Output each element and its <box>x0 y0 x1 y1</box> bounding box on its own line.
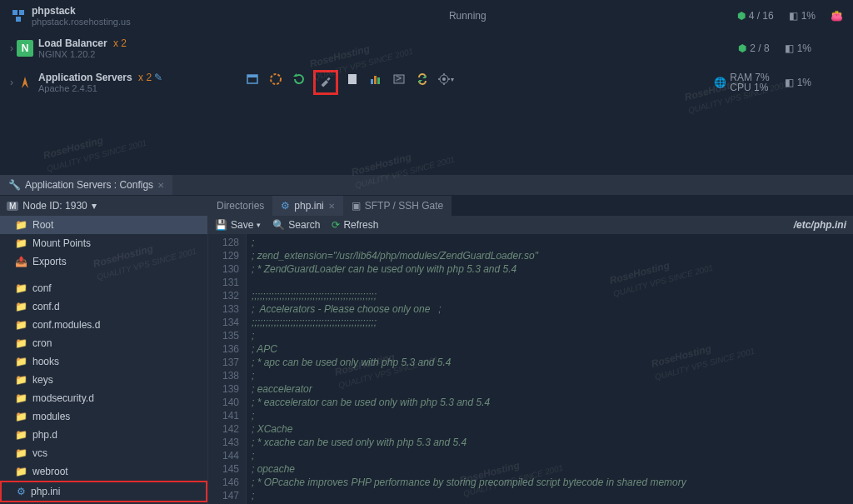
folder-icon: 📁 <box>15 282 27 294</box>
redeploy-button[interactable] <box>413 70 431 88</box>
close-icon[interactable]: ✕ <box>157 181 164 190</box>
wrench-icon: 🔧 <box>8 179 21 191</box>
folder-icon: 📁 <box>15 429 27 441</box>
lb-cloudlets: 2 / 8 <box>750 42 769 54</box>
lb-row: › N Load Balancer x 2 NGINX 1.20.2 ⬢2 / … <box>0 32 853 65</box>
tree-vcs[interactable]: 📁vcs <box>0 444 207 462</box>
code-content[interactable]: ;; zend_extension="/usr/lib64/php/module… <box>247 234 853 504</box>
tree-hooks[interactable]: 📁hooks <box>0 352 207 371</box>
app-disk: 1% <box>797 77 811 88</box>
folder-icon: 📁 <box>15 301 27 312</box>
tree-cron[interactable]: 📁cron <box>0 334 207 352</box>
svg-rect-8 <box>374 76 377 84</box>
file-tree: 📁Root 📁Mount Points 📤Exports 📁conf 📁conf… <box>0 216 207 504</box>
config-button-highlight <box>313 70 338 95</box>
env-name: phpstack <box>32 5 198 17</box>
config-panel: 🔧 Application Servers : Configs ✕ M Node… <box>0 175 853 504</box>
search-button[interactable]: 🔍Search <box>272 219 320 231</box>
tree-mount[interactable]: 📁Mount Points <box>0 234 207 252</box>
folder-icon: 📁 <box>15 237 27 249</box>
lb-disk: 1% <box>797 42 811 54</box>
editor-pane: Directories ⚙php.ini✕ ▣SFTP / SSH Gate 💾… <box>208 196 853 504</box>
env-domain: phpstack.rosehosting.us <box>32 17 198 27</box>
app-version: Apache 2.4.51 <box>38 83 205 93</box>
app-title: Application Servers <box>38 72 132 83</box>
tree-phpini[interactable]: ⚙php.ini <box>0 481 207 502</box>
cpu-value: 1% <box>754 82 768 93</box>
env-icon <box>10 7 27 24</box>
cloudlets-ratio: 4 / 16 <box>749 10 774 22</box>
tree-exports[interactable]: 📤Exports <box>0 252 207 271</box>
open-browser-button[interactable] <box>243 70 262 88</box>
environment-panel: phpstack phpstack.rosehosting.us Running… <box>0 0 853 101</box>
tab-directories[interactable]: Directories <box>208 196 272 216</box>
lb-title: Load Balancer <box>38 37 107 49</box>
node-toolbar: > ▾ <box>243 70 455 95</box>
folder-icon: 📁 <box>15 337 27 349</box>
code-editor[interactable]: 1281291301311321331341351361371381391401… <box>208 234 853 504</box>
svg-rect-4 <box>247 75 257 77</box>
lb-count: x 2 <box>111 37 127 49</box>
svg-rect-0 <box>12 10 17 15</box>
disk-pct: 1% <box>801 10 816 22</box>
hex-icon: ⬢ <box>737 10 746 22</box>
folder-icon: 📁 <box>15 219 27 231</box>
panel-tab[interactable]: 🔧 Application Servers : Configs ✕ <box>0 175 172 195</box>
app-row: › Application Servers x 2 ✎ Apache 2.4.5… <box>0 65 853 101</box>
svg-rect-2 <box>16 17 21 22</box>
refresh-icon: ⟳ <box>332 219 340 231</box>
node-label: Node ID: 1930 <box>22 200 87 212</box>
close-icon[interactable]: ✕ <box>328 202 335 211</box>
env-status: Running <box>198 10 737 22</box>
tree-phpd[interactable]: 📁php.d <box>0 426 207 444</box>
tree-webroot[interactable]: 📁webroot <box>0 462 207 481</box>
file-path: /etc/php.ini <box>794 219 846 231</box>
folder-icon: 📁 <box>15 411 27 422</box>
svg-rect-9 <box>377 77 380 84</box>
tree-keys[interactable]: 📁keys <box>0 371 207 389</box>
addons-button[interactable]: ▾ <box>436 70 455 88</box>
disk-icon: ◧ <box>785 42 794 54</box>
expand-icon[interactable]: › <box>10 77 13 88</box>
chevron-down-icon: ▾ <box>92 200 97 212</box>
svg-point-5 <box>271 74 281 84</box>
statistics-button[interactable] <box>367 70 385 88</box>
restart-button[interactable] <box>290 70 308 88</box>
disk-icon: ◧ <box>789 10 798 22</box>
save-button[interactable]: 💾Save ▾ <box>215 219 261 231</box>
tree-confmod[interactable]: 📁conf.modules.d <box>0 316 207 334</box>
node-selector[interactable]: M Node ID: 1930 ▾ <box>0 196 207 216</box>
folder-icon: 📁 <box>15 319 27 331</box>
apache-icon <box>17 74 33 91</box>
disk-icon: ◧ <box>785 77 794 88</box>
tree-modsec[interactable]: 📁modsecurity.d <box>0 389 207 407</box>
ssh-button[interactable]: > <box>390 70 408 88</box>
folder-icon: 📁 <box>15 374 27 386</box>
config-button[interactable] <box>317 73 335 92</box>
svg-rect-6 <box>348 74 357 84</box>
balance-icon[interactable]: 👛 <box>831 10 843 22</box>
globe-icon: 🌐 <box>714 77 726 87</box>
tab-phpini[interactable]: ⚙php.ini✕ <box>272 196 342 216</box>
tree-conf[interactable]: 📁conf <box>0 279 207 297</box>
log-button[interactable] <box>343 70 362 88</box>
hex-icon: ⬢ <box>738 42 746 54</box>
editor-tabs: Directories ⚙php.ini✕ ▣SFTP / SSH Gate <box>208 196 853 216</box>
panel-tab-label: Application Servers : Configs <box>25 179 153 191</box>
tree-root[interactable]: 📁Root <box>0 216 207 234</box>
svg-rect-7 <box>371 79 373 84</box>
env-row: phpstack phpstack.rosehosting.us Running… <box>0 0 853 32</box>
remote-icon[interactable] <box>267 70 285 88</box>
editor-toolbar: 💾Save ▾ 🔍Search ⟳Refresh /etc/php.ini <box>208 216 853 234</box>
tag-icon[interactable]: ✎ <box>154 72 162 83</box>
tree-modules[interactable]: 📁modules <box>0 407 207 426</box>
save-icon: 💾 <box>215 219 227 231</box>
folder-icon: 📁 <box>15 466 27 477</box>
tab-sftp[interactable]: ▣SFTP / SSH Gate <box>343 196 451 216</box>
tree-confd[interactable]: 📁conf.d <box>0 297 207 316</box>
folder-icon: 📁 <box>15 392 27 404</box>
terminal-icon: ▣ <box>352 200 361 212</box>
refresh-button[interactable]: ⟳Refresh <box>332 219 378 231</box>
expand-icon[interactable]: › <box>10 42 13 54</box>
exports-icon: 📤 <box>15 256 27 267</box>
